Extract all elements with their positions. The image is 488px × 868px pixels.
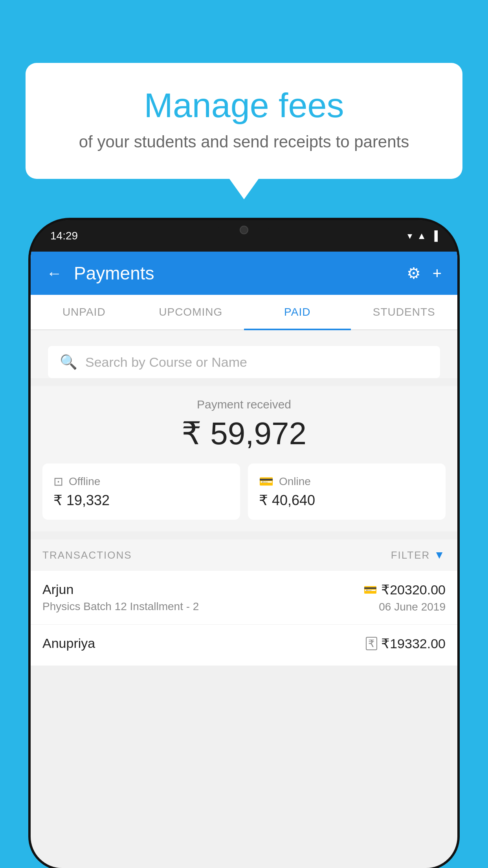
tab-bar: UNPAID UPCOMING PAID STUDENTS xyxy=(31,295,457,330)
transaction-name: Arjun xyxy=(42,582,363,597)
tab-upcoming[interactable]: UPCOMING xyxy=(138,295,244,329)
phone-frame: 14:29 ▾ ▲ ▐ ← Payments ⚙ + UNPAID UPCOM xyxy=(31,220,457,868)
transaction-course: Physics Batch 12 Installment - 2 xyxy=(42,600,363,613)
transaction-name: Anupriya xyxy=(42,636,366,651)
transaction-amount-section: 💳 ₹20320.00 06 June 2019 xyxy=(363,582,446,613)
app-screen: ← Payments ⚙ + UNPAID UPCOMING PAID STUD… xyxy=(31,252,457,868)
status-icons: ▾ ▲ ▐ xyxy=(407,230,438,241)
filter-icon: ▼ xyxy=(434,549,446,561)
search-icon: 🔍 xyxy=(60,354,77,370)
payment-summary: Payment received ₹ 59,972 ⊡ Offline ₹ 19… xyxy=(31,386,457,531)
add-button[interactable]: + xyxy=(433,265,442,282)
transactions-label: TRANSACTIONS xyxy=(42,549,132,561)
phone-notch xyxy=(218,220,270,240)
transaction-amount: ₹20320.00 xyxy=(381,582,446,598)
transaction-amount-row: ₹ ₹19332.00 xyxy=(366,636,446,651)
offline-icon: ⊡ xyxy=(53,474,63,488)
signal-icon: ▲ xyxy=(417,230,426,241)
tab-unpaid[interactable]: UNPAID xyxy=(31,295,138,329)
status-time: 14:29 xyxy=(50,230,78,242)
status-bar: 14:29 ▾ ▲ ▐ xyxy=(31,220,457,252)
speech-bubble: Manage fees of your students and send re… xyxy=(26,63,462,179)
back-button[interactable]: ← xyxy=(46,265,62,282)
settings-icon[interactable]: ⚙ xyxy=(407,264,421,282)
payment-received-label: Payment received xyxy=(42,398,446,411)
transaction-date: 06 June 2019 xyxy=(363,601,446,613)
speech-bubble-subtitle: of your students and send receipts to pa… xyxy=(57,132,431,151)
online-label-row: 💳 Online xyxy=(259,474,435,488)
camera xyxy=(240,226,248,234)
transaction-info: Arjun Physics Batch 12 Installment - 2 xyxy=(42,582,363,613)
transaction-amount-section: ₹ ₹19332.00 xyxy=(366,636,446,655)
header-actions: ⚙ + xyxy=(407,264,442,282)
cash-payment-icon: ₹ xyxy=(366,637,377,650)
page-title: Payments xyxy=(74,263,395,284)
wifi-icon: ▾ xyxy=(407,230,412,241)
battery-icon: ▐ xyxy=(431,230,438,241)
transactions-header: TRANSACTIONS FILTER ▼ xyxy=(31,539,457,571)
offline-card: ⊡ Offline ₹ 19,332 xyxy=(42,463,240,520)
online-icon: 💳 xyxy=(259,474,273,488)
offline-label-row: ⊡ Offline xyxy=(53,474,229,488)
payment-total: ₹ 59,972 xyxy=(42,415,446,452)
transaction-info: Anupriya xyxy=(42,636,366,654)
tab-paid[interactable]: PAID xyxy=(244,295,351,329)
transaction-row[interactable]: Arjun Physics Batch 12 Installment - 2 💳… xyxy=(31,571,457,625)
card-payment-icon: 💳 xyxy=(363,583,377,596)
search-bar[interactable]: 🔍 Search by Course or Name xyxy=(48,346,440,378)
offline-amount: ₹ 19,332 xyxy=(53,492,229,509)
filter-button[interactable]: FILTER ▼ xyxy=(391,549,446,561)
online-card: 💳 Online ₹ 40,640 xyxy=(248,463,446,520)
transaction-row[interactable]: Anupriya ₹ ₹19332.00 xyxy=(31,625,457,666)
app-header: ← Payments ⚙ + xyxy=(31,252,457,295)
speech-bubble-title: Manage fees xyxy=(57,86,431,125)
payment-breakdown: ⊡ Offline ₹ 19,332 💳 Online ₹ 40,640 xyxy=(42,463,446,520)
search-placeholder: Search by Course or Name xyxy=(85,355,247,370)
transaction-amount-row: 💳 ₹20320.00 xyxy=(363,582,446,598)
online-amount: ₹ 40,640 xyxy=(259,492,435,509)
transaction-amount: ₹19332.00 xyxy=(381,636,446,651)
tab-students[interactable]: STUDENTS xyxy=(351,295,458,329)
